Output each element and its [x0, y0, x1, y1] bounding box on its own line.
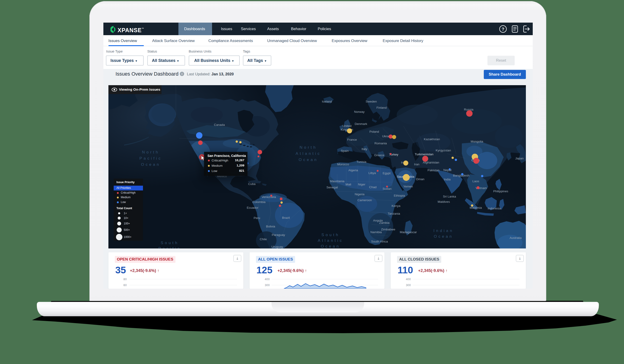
- svg-text:Australia: Australia: [510, 236, 522, 240]
- svg-text:Kazakhstan: Kazakhstan: [424, 137, 440, 141]
- svg-text:Senegal: Senegal: [326, 186, 338, 189]
- svg-text:Japan: Japan: [515, 157, 524, 160]
- svg-text:India: India: [444, 178, 451, 181]
- svg-text:Pacific: Pacific: [139, 156, 162, 160]
- svg-text:500+: 500+: [124, 228, 130, 231]
- svg-text:South: South: [160, 241, 179, 245]
- svg-text:Finland: Finland: [376, 106, 387, 109]
- svg-text:Algeria: Algeria: [348, 169, 358, 172]
- svg-text:Norway: Norway: [354, 110, 364, 114]
- svg-text:North: North: [300, 145, 317, 150]
- svg-text:Ethiopia: Ethiopia: [394, 194, 405, 197]
- svg-text:Indonesia: Indonesia: [488, 207, 501, 210]
- svg-text:Maldives: Maldives: [438, 200, 450, 204]
- svg-text:Yemen: Yemen: [403, 185, 413, 188]
- svg-text:Uruguay: Uruguay: [271, 245, 283, 249]
- svg-text:Bangladesh: Bangladesh: [453, 174, 469, 177]
- svg-text:10+: 10+: [124, 216, 128, 220]
- svg-text:Philippines: Philippines: [493, 189, 508, 193]
- svg-text:Spain: Spain: [341, 149, 349, 153]
- svg-text:Chad: Chad: [369, 185, 376, 189]
- svg-text:Poland: Poland: [369, 130, 379, 133]
- svg-text:North: North: [142, 150, 160, 154]
- svg-text:Atlantic: Atlantic: [295, 151, 321, 156]
- svg-text:Pakistan: Pakistan: [427, 169, 440, 172]
- svg-text:Chile: Chile: [260, 237, 267, 241]
- svg-text:Namibia: Namibia: [370, 230, 382, 234]
- svg-text:Egypt: Egypt: [383, 172, 391, 175]
- svg-text:Nigeria: Nigeria: [355, 192, 364, 196]
- svg-text:Colombia: Colombia: [252, 200, 265, 204]
- svg-text:Ocean: Ocean: [141, 162, 160, 167]
- svg-text:Laos: Laos: [472, 180, 479, 183]
- svg-text:Romania: Romania: [374, 142, 387, 145]
- svg-text:Libya: Libya: [368, 171, 376, 175]
- svg-text:Zambia: Zambia: [379, 221, 390, 225]
- svg-text:Kenya: Kenya: [391, 204, 400, 207]
- svg-text:?: ?: [502, 27, 504, 31]
- svg-text:Ocean: Ocean: [434, 234, 453, 239]
- svg-text:Canada: Canada: [214, 123, 225, 127]
- svg-text:1000+: 1000+: [124, 235, 131, 239]
- svg-text:Atlantic: Atlantic: [318, 238, 343, 243]
- svg-text:Pacific: Pacific: [158, 246, 181, 249]
- svg-text:Cuba: Cuba: [248, 182, 256, 186]
- svg-text:Indian: Indian: [434, 228, 454, 233]
- svg-text:Cameroon: Cameroon: [357, 198, 372, 202]
- svg-text:South: South: [321, 233, 339, 237]
- svg-text:Morocco: Morocco: [337, 163, 349, 166]
- svg-text:Tanzania: Tanzania: [388, 212, 400, 215]
- svg-text:1+: 1+: [124, 212, 127, 215]
- svg-text:Greece: Greece: [374, 154, 384, 157]
- svg-text:Niger: Niger: [358, 183, 365, 186]
- svg-text:Denmark: Denmark: [355, 122, 367, 126]
- svg-text:Ecuador: Ecuador: [247, 206, 259, 209]
- svg-text:Kyrgyzstan: Kyrgyzstan: [436, 149, 451, 152]
- svg-text:Sri Lanka: Sri Lanka: [443, 195, 456, 198]
- svg-text:Oman: Oman: [416, 178, 424, 181]
- svg-text:Ocean: Ocean: [298, 158, 318, 162]
- svg-text:Iran: Iran: [414, 163, 419, 166]
- svg-text:Brazil: Brazil: [282, 216, 290, 219]
- svg-text:Mongolia: Mongolia: [471, 140, 483, 143]
- svg-text:Zimbabwe: Zimbabwe: [381, 228, 395, 231]
- svg-text:Ocean: Ocean: [321, 244, 340, 249]
- svg-text:Tunisia: Tunisia: [356, 160, 366, 163]
- svg-text:Venezuela: Venezuela: [261, 195, 276, 199]
- svg-text:Mali: Mali: [346, 183, 351, 186]
- svg-text:Turkmenistan: Turkmenistan: [415, 153, 433, 156]
- svg-text:Paraguay: Paraguay: [272, 233, 285, 237]
- svg-text:United: United: [342, 124, 351, 128]
- svg-text:Peru: Peru: [254, 216, 260, 220]
- svg-text:Italy: Italy: [362, 147, 367, 151]
- svg-text:100+: 100+: [124, 222, 130, 225]
- svg-text:France: France: [347, 138, 357, 141]
- svg-text:Madagascar: Madagascar: [400, 230, 417, 234]
- svg-text:South Africa: South Africa: [371, 240, 388, 243]
- svg-text:Bolivia: Bolivia: [266, 225, 275, 228]
- svg-text:Mauritania: Mauritania: [330, 180, 344, 183]
- svg-text:Sweden: Sweden: [366, 100, 377, 103]
- svg-text:Iceland: Iceland: [322, 100, 332, 103]
- svg-text:Sudan: Sudan: [383, 187, 391, 190]
